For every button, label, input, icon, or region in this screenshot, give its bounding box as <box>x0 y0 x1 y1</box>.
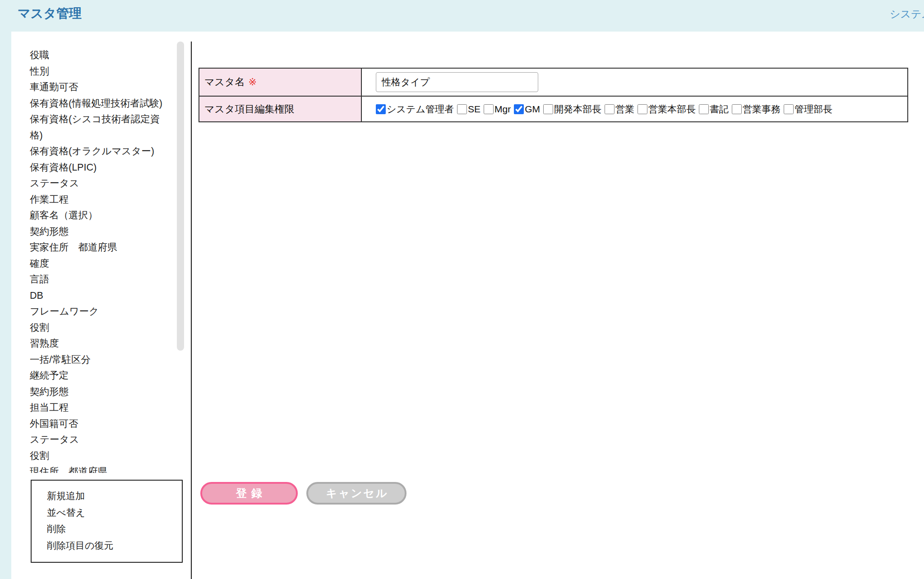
sidebar-item[interactable]: 契約形態 <box>30 224 170 240</box>
permission-option-label: システム管理者 <box>387 103 454 116</box>
required-mark: ※ <box>249 76 257 88</box>
permission-option[interactable]: SE <box>457 104 480 115</box>
cancel-button[interactable]: キャンセル <box>306 482 407 505</box>
sidebar-item[interactable]: フレームワーク <box>30 304 170 320</box>
permission-checkbox[interactable] <box>605 104 614 114</box>
permission-options: システム管理者 SE Mgr <box>376 103 907 116</box>
master-name-label: マスタ名 <box>204 76 245 88</box>
action-menu-item[interactable]: 並べ替え <box>47 505 182 521</box>
permission-option-label: 営業 <box>615 103 634 116</box>
permission-checkbox[interactable] <box>514 104 524 114</box>
action-menu: 新規追加 並べ替え 削除 削除項目の復元 <box>31 480 183 563</box>
permission-option[interactable]: システム管理者 <box>376 103 454 116</box>
master-name-label-cell: マスタ名※ <box>199 68 361 96</box>
permission-label-cell: マスタ項目編集権限 <box>199 96 361 122</box>
sidebar-item[interactable]: 保有資格(情報処理技術者試験) <box>30 96 170 112</box>
sidebar-scrollbar[interactable] <box>177 42 184 351</box>
permission-option-label: Mgr <box>494 104 511 115</box>
sidebar-item[interactable]: 顧客名（選択） <box>30 208 170 224</box>
permission-checkbox[interactable] <box>784 104 794 114</box>
sidebar-item[interactable]: 継続予定 <box>30 368 170 384</box>
permission-checkbox[interactable] <box>543 104 553 114</box>
permission-option[interactable]: 営業 <box>605 103 634 116</box>
sidebar-item[interactable]: 保有資格(LPIC) <box>30 160 170 176</box>
sidebar-item[interactable]: 保有資格(シスコ技術者認定資格) <box>30 111 170 144</box>
permission-option[interactable]: 開発本部長 <box>543 103 601 116</box>
sidebar-item[interactable]: ステータス <box>30 176 170 192</box>
sidebar-item[interactable]: 作業工程 <box>30 192 170 208</box>
master-edit-form: マスタ名※ マスタ項目編集権限 システム管理者 <box>199 68 908 122</box>
permission-option[interactable]: 営業本部長 <box>638 103 696 116</box>
sidebar-item[interactable]: 言語 <box>30 272 170 288</box>
sidebar-item[interactable]: DB <box>30 288 170 304</box>
sidebar-item[interactable]: 実家住所 都道府県 <box>30 240 170 256</box>
sidebar-item[interactable]: 担当工程 <box>30 400 170 416</box>
action-menu-item[interactable]: 削除 <box>47 521 182 537</box>
permission-option-label: 書記 <box>710 103 729 116</box>
permission-checkbox[interactable] <box>699 104 709 114</box>
permission-option[interactable]: Mgr <box>484 104 511 115</box>
sidebar-item[interactable]: 役割 <box>30 320 170 336</box>
permission-checkbox[interactable] <box>376 104 386 114</box>
sidebar-item[interactable]: 現住所 都道府県 <box>30 464 170 473</box>
permission-option-label: 開発本部長 <box>554 103 601 116</box>
sidebar-item[interactable]: 契約形態 <box>30 384 170 400</box>
permission-checkbox[interactable] <box>457 104 467 114</box>
permission-option[interactable]: 営業事務 <box>732 103 781 116</box>
permission-checkbox[interactable] <box>638 104 647 114</box>
permission-option[interactable]: 書記 <box>699 103 729 116</box>
action-menu-item[interactable]: 削除項目の復元 <box>47 537 182 554</box>
master-name-value-cell <box>361 68 908 96</box>
sidebar-item[interactable]: 性別 <box>30 64 170 80</box>
content-panel: 役職 性別 車通勤可否 保有資格(情報処理技術者試験) 保有資格(シスコ技術者認… <box>11 32 924 579</box>
sidebar-item[interactable]: 一括/常駐区分 <box>30 352 170 368</box>
sidebar-item[interactable]: 保有資格(オラクルマスター) <box>30 144 170 160</box>
page-title: マスタ管理 <box>18 5 82 22</box>
sidebar-item[interactable]: 車通勤可否 <box>30 79 170 96</box>
permission-checkbox[interactable] <box>732 104 742 114</box>
permission-option-label: SE <box>468 104 480 115</box>
permission-option-label: GM <box>525 104 540 115</box>
sidebar-item[interactable]: 確度 <box>30 256 170 272</box>
permission-option-label: 営業事務 <box>743 103 781 116</box>
permission-label: マスタ項目編集権限 <box>204 103 295 115</box>
action-menu-item[interactable]: 新規追加 <box>47 488 182 505</box>
sidebar-item[interactable]: ステータス <box>30 432 170 448</box>
permission-option-label: 営業本部長 <box>648 103 696 116</box>
permission-checkbox[interactable] <box>484 104 494 114</box>
sidebar-item[interactable]: 役割 <box>30 448 170 464</box>
submit-button[interactable]: 登録 <box>200 482 298 505</box>
sidebar-item[interactable]: 外国籍可否 <box>30 416 170 432</box>
master-list: 役職 性別 車通勤可否 保有資格(情報処理技術者試験) 保有資格(シスコ技術者認… <box>30 42 170 473</box>
sidebar-item[interactable]: 習熟度 <box>30 336 170 352</box>
sidebar-item[interactable]: 役職 <box>30 47 170 64</box>
permission-option-label: 管理部長 <box>795 103 832 116</box>
master-name-input[interactable] <box>376 72 538 92</box>
permission-option[interactable]: GM <box>514 104 540 115</box>
system-menu-link[interactable]: システム <box>890 7 924 21</box>
permission-value-cell: システム管理者 SE Mgr <box>361 96 908 122</box>
permission-option[interactable]: 管理部長 <box>784 103 832 116</box>
vertical-divider <box>191 42 192 579</box>
